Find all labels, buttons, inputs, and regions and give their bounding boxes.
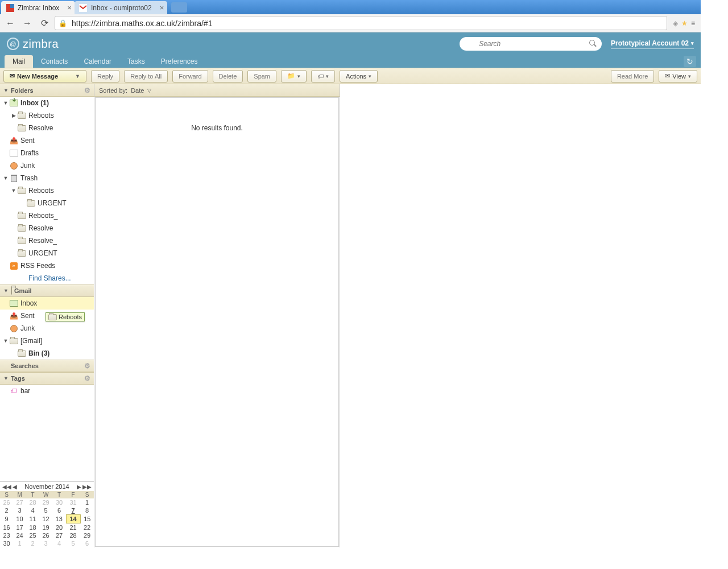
cal-day[interactable]: 1: [13, 539, 26, 547]
tag-menu[interactable]: 🏷▾: [311, 70, 335, 83]
tab-contacts[interactable]: Contacts: [33, 55, 76, 68]
close-icon[interactable]: ×: [160, 3, 164, 12]
cal-day[interactable]: 27: [13, 498, 26, 506]
searches-header[interactable]: ▼ Searches ⚙: [0, 360, 94, 372]
folder-reboots[interactable]: ▶Reboots: [0, 109, 94, 122]
close-icon[interactable]: ×: [67, 3, 72, 12]
cal-day[interactable]: 26: [0, 498, 13, 506]
tab-preferences[interactable]: Preferences: [153, 55, 206, 68]
cal-day[interactable]: 11: [26, 515, 39, 523]
chrome-menu-icon[interactable]: ≡: [691, 19, 695, 27]
search-input[interactable]: [478, 39, 586, 48]
folder-gmail-inbox[interactable]: Inbox: [0, 297, 94, 310]
cal-day[interactable]: 9: [0, 515, 13, 523]
cal-day[interactable]: 22: [80, 523, 94, 532]
folder-drafts[interactable]: Drafts: [0, 147, 94, 159]
sort-header[interactable]: Sorted by: Date ▽: [94, 84, 340, 97]
cal-day[interactable]: 29: [39, 498, 52, 506]
folder-trash-urgent[interactable]: URGENT: [0, 197, 94, 209]
gear-icon[interactable]: ⚙: [84, 362, 90, 370]
gear-icon[interactable]: ⚙: [84, 86, 90, 94]
spam-button[interactable]: Spam: [247, 70, 276, 83]
find-shares-link[interactable]: Find Shares...: [0, 272, 94, 284]
cal-day[interactable]: 14: [66, 515, 80, 523]
gear-icon[interactable]: ⚙: [84, 374, 90, 382]
tags-header[interactable]: ▼ Tags ⚙: [0, 372, 94, 385]
back-button[interactable]: ←: [3, 17, 17, 30]
cal-day[interactable]: 26: [39, 531, 52, 539]
cal-day[interactable]: 19: [39, 523, 52, 532]
bookmark-star-icon[interactable]: ★: [681, 19, 688, 27]
move-menu[interactable]: 📁▾: [281, 70, 307, 83]
cal-day[interactable]: 13: [52, 515, 66, 523]
new-message-button[interactable]: ✉ New Message ▼: [3, 70, 86, 83]
reply-all-button[interactable]: Reply to All: [124, 70, 168, 83]
extension-icon[interactable]: ◈: [673, 19, 678, 27]
folder-trash-reboots[interactable]: ▼Reboots: [0, 184, 94, 197]
cal-day[interactable]: 2: [26, 539, 39, 547]
cal-day[interactable]: 30: [52, 498, 66, 506]
folder-gmail-gmail[interactable]: ▼[Gmail]: [0, 335, 94, 347]
search-icon[interactable]: [589, 40, 597, 48]
cal-day[interactable]: 12: [39, 515, 52, 523]
actions-menu[interactable]: Actions ▾: [340, 70, 378, 83]
folder-rss[interactable]: »RSS Feeds: [0, 259, 94, 272]
cal-day[interactable]: 31: [66, 498, 80, 506]
url-input[interactable]: [71, 18, 663, 28]
cal-day[interactable]: 20: [52, 523, 66, 532]
cal-prev-year[interactable]: ◀◀: [2, 484, 11, 490]
sort-direction-icon[interactable]: ▽: [147, 88, 151, 93]
cal-day[interactable]: 21: [66, 523, 80, 532]
cal-day[interactable]: 7: [66, 506, 80, 515]
tab-calendar[interactable]: Calendar: [76, 55, 119, 68]
cal-day[interactable]: 17: [13, 523, 26, 532]
zimbra-logo[interactable]: @ zimbra: [7, 38, 59, 51]
cal-day[interactable]: 16: [0, 523, 13, 532]
cal-day[interactable]: 28: [26, 498, 39, 506]
sort-field[interactable]: Date: [131, 87, 144, 94]
folders-header[interactable]: ▼ Folders ⚙: [0, 84, 94, 97]
cal-day[interactable]: 25: [26, 531, 39, 539]
folder-junk[interactable]: Junk: [0, 159, 94, 172]
folder-sent[interactable]: 📤Sent: [0, 134, 94, 147]
reload-button[interactable]: ⟳: [38, 17, 51, 30]
forward-button[interactable]: →: [20, 17, 34, 30]
browser-tab-zimbra[interactable]: Zimbra: Inbox ×: [1, 1, 75, 14]
cal-day[interactable]: 4: [52, 539, 66, 547]
tag-bar[interactable]: 🏷bar: [0, 385, 94, 397]
folder-trash-resolve2[interactable]: Resolve_: [0, 234, 94, 247]
delete-button[interactable]: Delete: [213, 70, 243, 83]
calendar-grid[interactable]: SMTWTFS 26272829303112345678910111213141…: [0, 491, 94, 547]
cal-day[interactable]: 10: [13, 515, 26, 523]
cal-day[interactable]: 23: [0, 531, 13, 539]
cal-day[interactable]: 2: [0, 506, 13, 515]
folder-trash[interactable]: ▼Trash: [0, 172, 94, 184]
refresh-button[interactable]: ↻: [684, 56, 696, 67]
cal-day[interactable]: 6: [52, 506, 66, 515]
browser-tab-gmail[interactable]: Inbox - oumiproto02 ×: [75, 1, 167, 14]
cal-day[interactable]: 6: [80, 539, 94, 547]
tab-tasks[interactable]: Tasks: [119, 55, 153, 68]
read-more-button[interactable]: Read More: [611, 70, 654, 83]
cal-day[interactable]: 28: [66, 531, 80, 539]
cal-day[interactable]: 3: [13, 506, 26, 515]
folder-inbox[interactable]: ▼Inbox (1): [0, 97, 94, 109]
cal-prev-month[interactable]: ◀: [13, 484, 17, 490]
cal-next-year[interactable]: ▶▶: [82, 484, 92, 490]
cal-day[interactable]: 8: [80, 506, 94, 515]
tab-mail[interactable]: Mail: [5, 55, 33, 68]
calendar-title[interactable]: November 2014: [24, 483, 69, 490]
gmail-header[interactable]: ▼ Gmail: [0, 284, 94, 297]
folder-gmail-bin[interactable]: Bin (3): [0, 347, 94, 360]
new-tab-button[interactable]: [171, 2, 187, 13]
cal-day[interactable]: 30: [0, 539, 13, 547]
cal-day[interactable]: 29: [80, 531, 94, 539]
folder-trash-urgent2[interactable]: URGENT: [0, 247, 94, 259]
cal-day[interactable]: 3: [39, 539, 52, 547]
folder-trash-resolve[interactable]: Resolve: [0, 222, 94, 234]
global-search[interactable]: ✉ ▾: [460, 37, 602, 51]
cal-day[interactable]: 5: [66, 539, 80, 547]
folder-gmail-junk[interactable]: Junk: [0, 322, 94, 335]
cal-day[interactable]: 18: [26, 523, 39, 532]
reply-button[interactable]: Reply: [91, 70, 119, 83]
